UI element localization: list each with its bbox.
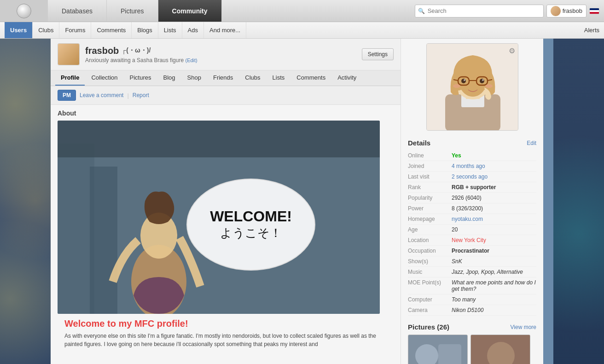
nav-tab-community[interactable]: Community [158,0,222,22]
tab-friends-label: Friends [213,74,233,81]
tab-profile-label: Profile [61,74,79,81]
subnav-more[interactable]: And more... [204,22,246,38]
detail-row: Age20 [408,225,536,235]
picture-thumb-1[interactable] [408,335,468,364]
detail-row: OnlineYes [408,150,536,161]
nav-tab-databases-label: Databases [62,7,93,15]
subnav-ads[interactable]: Ads [182,22,204,38]
detail-value: 2 seconds ago [452,173,536,180]
profile-tab-pictures[interactable]: Pictures [124,70,157,86]
settings-button[interactable]: Settings [362,48,394,60]
subnav-forums[interactable]: Forums [59,22,91,38]
action-divider: | [127,92,128,99]
tab-lists-label: Lists [273,74,285,81]
pictures-section: Pictures (26) View more [401,319,543,364]
svg-rect-25 [438,344,461,364]
tab-blog-label: Blog [163,74,175,81]
picture-thumb-2[interactable] [470,335,530,364]
nav-tab-pictures[interactable]: Pictures [107,0,158,22]
sub-navigation: Users Clubs Forums Comments Blogs Lists … [0,22,604,39]
site-logo[interactable] [0,0,48,22]
view-more-link[interactable]: View more [511,324,536,330]
tagline-text: Anxiously awaiting a Sasha Braus figure [85,57,184,64]
profile-tab-activity[interactable]: Activity [332,70,362,86]
avatar-large: ⚙ [426,43,518,131]
detail-value: New York City [452,237,536,243]
detail-label: Occupation [408,248,452,254]
detail-label: Homepage [408,216,452,222]
profile-section: frasbob ┌(・ω・)/ Anxiously awaiting a Sas… [51,39,401,364]
pictures-grid [408,335,536,364]
subnav-alerts[interactable]: Alerts [584,27,599,34]
profile-tab-friends[interactable]: Friends [208,70,238,86]
subnav-lists-label: Lists [164,27,176,34]
detail-label: Popularity [408,195,452,201]
subnav-lists[interactable]: Lists [158,22,182,38]
picture-2-svg [471,335,530,364]
detail-value: SnK [452,258,536,265]
details-header: Details Edit [408,139,536,147]
detail-value: nyotaku.com [452,216,536,222]
tab-clubs-label: Clubs [245,74,260,81]
pm-button[interactable]: PM [58,90,76,101]
svg-point-21 [453,84,460,88]
detail-label: Power [408,205,452,212]
detail-row: ComputerToo many [408,295,536,305]
detail-value: Yes [452,152,536,159]
right-bokeh-bg [553,39,604,364]
detail-value: 4 months ago [452,163,536,169]
profile-tab-comments[interactable]: Comments [291,70,331,86]
detail-row: Popularity2926 (6040) [408,193,536,203]
detail-row: RankRGB + supporter [408,182,536,193]
details-panel: ⚙ [401,39,543,364]
username-text: frasbob [85,46,119,56]
detail-value: Procrastinator [452,248,536,254]
profile-tagline: Anxiously awaiting a Sasha Braus figure … [85,57,356,64]
action-bar: PM Leave a comment | Report [51,86,401,105]
report-link[interactable]: Report [133,92,149,98]
detail-row: MusicJazz, Jpop, Kpop, Alternative [408,267,536,277]
tagline-edit-link[interactable]: (Edit) [185,58,197,63]
subnav-blogs[interactable]: Blogs [132,22,158,38]
search-input[interactable] [428,7,529,14]
details-title: Details [408,139,430,147]
profile-emoticon: ┌(・ω・)/ [122,46,151,55]
details-edit-link[interactable]: Edit [527,140,536,146]
subnav-comments[interactable]: Comments [91,22,132,38]
subnav-blogs-label: Blogs [137,27,152,34]
detail-row: OccupationProcrastinator [408,246,536,256]
profile-tab-collection[interactable]: Collection [86,70,123,86]
tab-collection-label: Collection [91,74,117,81]
svg-rect-3 [58,121,380,157]
welcome-text-en: WELCOME! [210,208,292,225]
user-avatar-small [551,6,561,16]
detail-value: What are moe points and how do I get the… [452,279,536,292]
nav-tab-databases[interactable]: Databases [48,0,107,22]
user-menu[interactable]: frasbob [546,5,587,17]
pictures-title: Pictures (26) [408,323,449,331]
profile-tab-shop[interactable]: Shop [182,70,207,86]
leave-comment-link[interactable]: Leave a comment [80,92,123,98]
subnav-more-label: And more... [209,27,240,34]
subnav-users[interactable]: Users [5,22,33,38]
detail-label: Location [408,237,452,243]
subnav-clubs[interactable]: Clubs [33,22,59,38]
detail-label: Computer [408,296,452,303]
profile-info: frasbob ┌(・ω・)/ Anxiously awaiting a Sas… [85,46,356,64]
search-box[interactable]: 🔍 [415,5,544,17]
subnav-ads-label: Ads [188,27,198,34]
profile-tab-profile[interactable]: Profile [55,70,85,86]
about-welcome-image: WELCOME! ようこそ！ [58,121,380,314]
detail-row: LocationNew York City [408,235,536,246]
detail-row: Joined4 months ago [408,161,536,172]
profile-tab-lists[interactable]: Lists [267,70,290,86]
language-flag-icon[interactable] [589,8,599,14]
detail-value: 8 (326/3200) [452,205,536,212]
detail-label: Joined [408,163,452,169]
profile-tab-clubs[interactable]: Clubs [239,70,266,86]
detail-value: Nikon D5100 [452,307,536,313]
detail-value: 20 [452,226,536,233]
tab-comments-label: Comments [296,74,325,81]
profile-tab-blog[interactable]: Blog [158,70,181,86]
profile-tabs: Profile Collection Pictures Blog Shop Fr… [51,70,401,86]
